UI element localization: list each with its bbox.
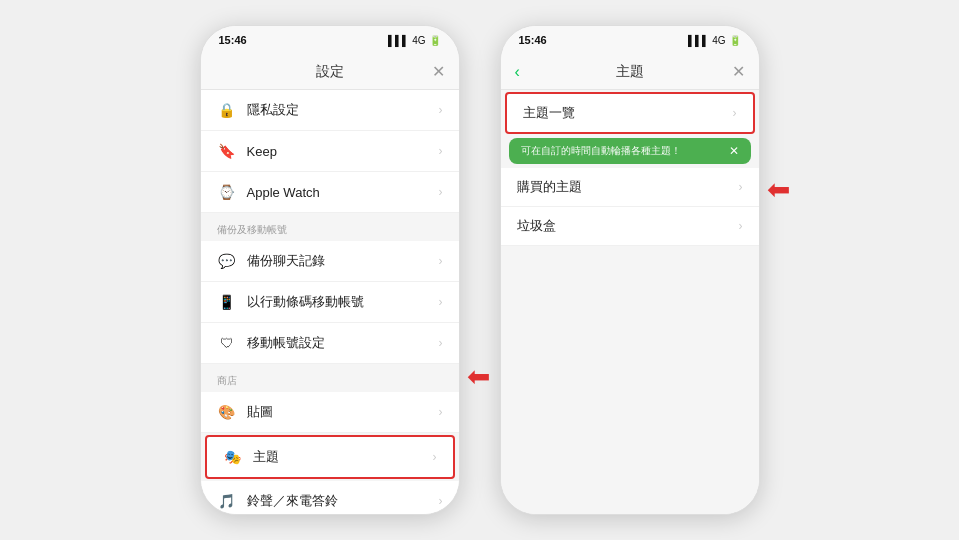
section-store: 商店 🎨 貼圖 › 🎭 主題 › 🎵 鈴聲／來電答鈴 ›: [201, 364, 459, 514]
chevron-icon: ›: [439, 295, 443, 309]
left-phone: 15:46 ▌▌▌ 4G 🔋 設定 ✕ 🔒 隱私設定: [200, 25, 460, 515]
right-phone-wrapper: 15:46 ▌▌▌ 4G 🔋 ‹ 主題 ✕ 主題一覽 ›: [500, 25, 760, 515]
chevron-icon: ›: [739, 219, 743, 233]
menu-item-backup-chat[interactable]: 💬 備份聊天記錄 ›: [201, 241, 459, 282]
ringtone-label: 鈴聲／來電答鈴: [247, 492, 439, 510]
network-icon: 4G: [712, 35, 725, 46]
left-header-title: 設定: [316, 63, 344, 81]
right-header-title: 主題: [616, 63, 644, 81]
left-red-arrow: ⬅: [467, 360, 490, 393]
menu-item-transfer[interactable]: 📱 以行動條碼移動帳號 ›: [201, 282, 459, 323]
shield-icon: 🛡: [217, 333, 237, 353]
right-phone: 15:46 ▌▌▌ 4G 🔋 ‹ 主題 ✕ 主題一覽 ›: [500, 25, 760, 515]
theme-item-browse[interactable]: 主題一覽 ›: [505, 92, 755, 134]
theme-purchased-label: 購買的主題: [517, 178, 739, 196]
left-status-bar: 15:46 ▌▌▌ 4G 🔋: [201, 26, 459, 54]
menu-item-apple-watch[interactable]: ⌚ Apple Watch ›: [201, 172, 459, 213]
left-content: 🔒 隱私設定 › 🔖 Keep › ⌚ Apple Watch ›: [201, 90, 459, 514]
menu-item-privacy[interactable]: 🔒 隱私設定 ›: [201, 90, 459, 131]
chevron-icon: ›: [433, 450, 437, 464]
music-icon: 🎵: [217, 491, 237, 511]
chevron-icon: ›: [439, 254, 443, 268]
battery-icon: 🔋: [429, 35, 441, 46]
chevron-icon: ›: [739, 180, 743, 194]
theme-item-purchased[interactable]: 購買的主題 ›: [501, 168, 759, 207]
signal-icon: ▌▌▌: [388, 35, 409, 46]
green-banner: 可在自訂的時間自動輪播各種主題！ ✕: [509, 138, 751, 164]
phones-container: 15:46 ▌▌▌ 4G 🔋 設定 ✕ 🔒 隱私設定: [200, 25, 760, 515]
left-status-time: 15:46: [219, 34, 247, 46]
watch-icon: ⌚: [217, 182, 237, 202]
privacy-label: 隱私設定: [247, 101, 439, 119]
chevron-icon: ›: [439, 185, 443, 199]
sticker-icon: 🎨: [217, 402, 237, 422]
right-content: 主題一覽 › 可在自訂的時間自動輪播各種主題！ ✕ 購買的主題 › 垃圾盒 ›: [501, 90, 759, 514]
stickers-label: 貼圖: [247, 403, 439, 421]
chevron-icon: ›: [439, 336, 443, 350]
banner-text: 可在自訂的時間自動輪播各種主題！: [521, 144, 723, 158]
section-store-label: 商店: [201, 364, 459, 392]
theme-item-trash[interactable]: 垃圾盒 ›: [501, 207, 759, 246]
chat-icon: 💬: [217, 251, 237, 271]
menu-item-keep[interactable]: 🔖 Keep ›: [201, 131, 459, 172]
left-phone-wrapper: 15:46 ▌▌▌ 4G 🔋 設定 ✕ 🔒 隱私設定: [200, 25, 460, 515]
themes-label: 主題: [253, 448, 433, 466]
signal-icon: ▌▌▌: [688, 35, 709, 46]
right-back-button[interactable]: ‹: [515, 63, 520, 81]
section-backup: 備份及移動帳號 💬 備份聊天記錄 › 📱 以行動條碼移動帳號 › 🛡 移動帳號設…: [201, 213, 459, 364]
right-status-icons: ▌▌▌ 4G 🔋: [688, 35, 741, 46]
transfer-label: 以行動條碼移動帳號: [247, 293, 439, 311]
theme-icon: 🎭: [223, 447, 243, 467]
left-status-icons: ▌▌▌ 4G 🔋: [388, 35, 441, 46]
battery-icon: 🔋: [729, 35, 741, 46]
keep-icon: 🔖: [217, 141, 237, 161]
menu-item-ringtone[interactable]: 🎵 鈴聲／來電答鈴 ›: [201, 481, 459, 514]
chevron-icon: ›: [439, 494, 443, 508]
qr-icon: 📱: [217, 292, 237, 312]
banner-close-icon[interactable]: ✕: [729, 144, 739, 158]
theme-browse-label: 主題一覽: [523, 104, 733, 122]
section-backup-label: 備份及移動帳號: [201, 213, 459, 241]
section-general: 🔒 隱私設定 › 🔖 Keep › ⌚ Apple Watch ›: [201, 90, 459, 213]
keep-label: Keep: [247, 144, 439, 159]
right-status-bar: 15:46 ▌▌▌ 4G 🔋: [501, 26, 759, 54]
menu-item-themes[interactable]: 🎭 主題 ›: [205, 435, 455, 479]
chevron-icon: ›: [733, 106, 737, 120]
chevron-icon: ›: [439, 144, 443, 158]
chevron-icon: ›: [439, 405, 443, 419]
network-icon: 4G: [412, 35, 425, 46]
account-label: 移動帳號設定: [247, 334, 439, 352]
apple-watch-label: Apple Watch: [247, 185, 439, 200]
right-close-button[interactable]: ✕: [732, 62, 745, 81]
right-red-arrow: ⬅: [767, 173, 790, 206]
theme-trash-label: 垃圾盒: [517, 217, 739, 235]
left-header: 設定 ✕: [201, 54, 459, 90]
backup-chat-label: 備份聊天記錄: [247, 252, 439, 270]
left-close-button[interactable]: ✕: [432, 62, 445, 81]
menu-item-stickers[interactable]: 🎨 貼圖 ›: [201, 392, 459, 433]
right-header: ‹ 主題 ✕: [501, 54, 759, 90]
chevron-icon: ›: [439, 103, 443, 117]
menu-item-account[interactable]: 🛡 移動帳號設定 ›: [201, 323, 459, 364]
right-status-time: 15:46: [519, 34, 547, 46]
lock-icon: 🔒: [217, 100, 237, 120]
